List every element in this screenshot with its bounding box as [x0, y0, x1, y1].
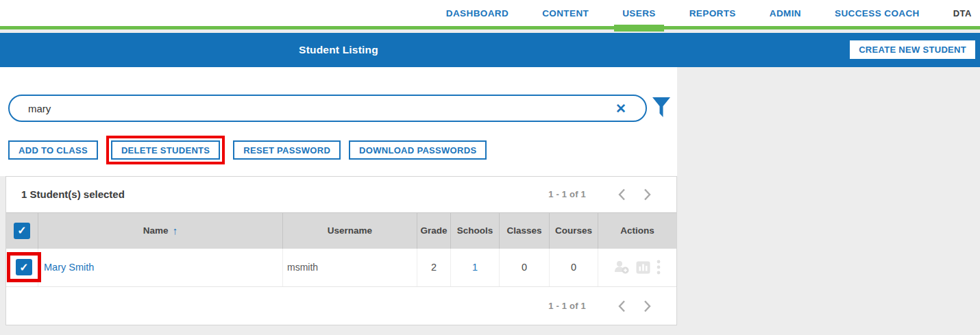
more-options-icon-shape — [657, 260, 661, 275]
column-header-name[interactable]: Name ↑ — [38, 213, 282, 249]
next-page-button-bottom[interactable] — [635, 300, 660, 312]
previous-page-button[interactable] — [609, 188, 635, 201]
report-icon-shape — [636, 261, 650, 274]
checkbox-annotation-box: ✓ — [7, 252, 41, 282]
previous-page-button-bottom[interactable] — [609, 300, 635, 312]
next-page-button[interactable] — [635, 188, 660, 201]
delete-students-annotation-box: DELETE STUDENTS — [106, 136, 225, 164]
add-to-class-icon-shape — [614, 260, 630, 274]
column-header-courses[interactable]: Courses — [549, 213, 598, 249]
page-header-bar: Student Listing CREATE NEW STUDENT — [0, 33, 980, 67]
chevron-right-icon — [644, 188, 651, 201]
row-actions-cell — [598, 249, 676, 287]
top-nav: DASHBOARD CONTENT USERS REPORTS ADMIN SU… — [0, 0, 980, 29]
nav-item-admin[interactable]: ADMIN — [770, 8, 801, 18]
table-header-row: ✓ Name ↑ Username Grade Schools Classes … — [6, 212, 676, 249]
pagination-range-label: 1 - 1 of 1 — [548, 189, 586, 199]
student-table-card: 1 Student(s) selected 1 - 1 of 1 ✓ Name … — [5, 176, 677, 325]
student-username: msmith — [282, 249, 417, 287]
nav-item-reports[interactable]: REPORTS — [689, 8, 736, 18]
student-classes: 0 — [499, 249, 549, 287]
bulk-actions-toolbar: ADD TO CLASS DELETE STUDENTS RESET PASSW… — [8, 136, 487, 164]
selected-count-text: 1 Student(s) selected — [21, 188, 548, 200]
column-header-grade[interactable]: Grade — [417, 213, 450, 249]
pagination-bottom: 1 - 1 of 1 — [548, 300, 660, 312]
select-all-cell: ✓ — [6, 213, 38, 249]
search-input[interactable] — [28, 103, 615, 114]
column-header-actions: Actions — [598, 213, 676, 249]
select-all-checkbox[interactable]: ✓ — [14, 223, 30, 239]
chevron-left-icon — [618, 300, 626, 312]
table-summary-bar: 1 Student(s) selected 1 - 1 of 1 — [6, 177, 676, 212]
column-header-schools[interactable]: Schools — [450, 213, 499, 249]
create-new-student-button[interactable]: CREATE NEW STUDENT — [850, 40, 975, 59]
reset-password-button[interactable]: RESET PASSWORD — [233, 140, 341, 160]
nav-item-dashboard[interactable]: DASHBOARD — [446, 8, 509, 18]
row-select-cell: ✓ — [6, 249, 38, 287]
active-tab-underline — [614, 25, 664, 32]
filter-icon[interactable] — [651, 97, 672, 120]
delete-students-button[interactable]: DELETE STUDENTS — [111, 140, 220, 160]
more-options-icon[interactable] — [657, 260, 661, 275]
content-panel: ✕ ADD TO CLASS DELETE STUDENTS RESET PAS… — [0, 67, 677, 176]
page-title: Student Listing — [0, 33, 677, 67]
pagination-top: 1 - 1 of 1 — [548, 188, 660, 201]
student-name-link[interactable]: Mary Smith — [38, 249, 282, 287]
chevron-left-icon — [618, 188, 626, 201]
add-to-class-button[interactable]: ADD TO CLASS — [8, 140, 98, 160]
column-header-username[interactable]: Username — [282, 213, 417, 249]
table-footer: 1 - 1 of 1 — [6, 287, 676, 325]
nav-item-success-coach[interactable]: SUCCESS COACH — [835, 8, 920, 18]
student-schools-link[interactable]: 1 — [450, 249, 499, 287]
row-checkbox[interactable]: ✓ — [16, 259, 32, 275]
pagination-range-label-bottom: 1 - 1 of 1 — [548, 301, 586, 311]
funnel-icon-shape — [652, 97, 670, 118]
nav-item-content[interactable]: CONTENT — [542, 8, 589, 18]
column-header-name-label: Name — [143, 225, 169, 236]
student-grade: 2 — [417, 249, 450, 287]
sort-ascending-icon: ↑ — [173, 225, 178, 236]
download-passwords-button[interactable]: DOWNLOAD PASSWORDS — [349, 140, 487, 160]
column-header-classes[interactable]: Classes — [499, 213, 549, 249]
chevron-right-icon — [644, 300, 651, 312]
nav-item-users[interactable]: USERS — [622, 8, 656, 18]
clear-search-icon[interactable]: ✕ — [615, 102, 626, 115]
add-to-class-icon[interactable] — [614, 260, 630, 274]
table-row: ✓ Mary Smith msmith 2 1 0 0 — [6, 249, 676, 288]
report-icon[interactable] — [636, 261, 650, 274]
student-courses: 0 — [549, 249, 598, 287]
user-menu-badge[interactable]: DTA — [953, 8, 972, 18]
nav-item-users-label: USERS — [622, 8, 656, 18]
search-box: ✕ — [8, 95, 647, 122]
